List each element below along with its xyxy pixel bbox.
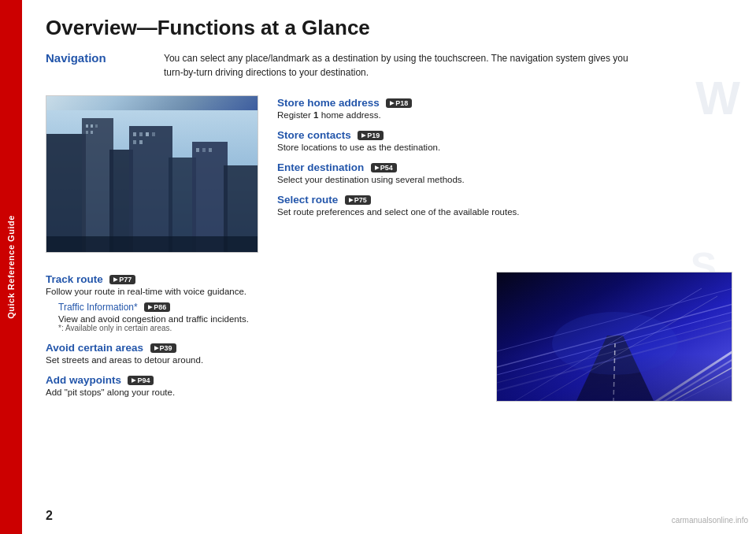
- svg-rect-19: [196, 148, 199, 152]
- navigation-description: You can select any place/landmark as a d…: [164, 51, 732, 80]
- svg-rect-4: [129, 126, 172, 252]
- main-content: W S Overview—Functions at a Glance Navig…: [22, 0, 756, 534]
- feature-badge-enter-destination: P54: [371, 163, 397, 172]
- traffic-info-section: Traffic Information* P86 View and avoid …: [58, 299, 477, 332]
- upper-content: Store home address P18 Register 1 home a…: [46, 95, 732, 253]
- navigation-section: Navigation You can select any place/land…: [46, 51, 732, 80]
- feature-badge-store-contacts: P19: [358, 131, 384, 140]
- svg-rect-1: [46, 134, 86, 252]
- svg-rect-18: [139, 140, 143, 144]
- svg-rect-14: [139, 132, 143, 136]
- feature-select-route: Select route P75 Set route preferences a…: [277, 192, 732, 217]
- svg-rect-21: [209, 148, 212, 152]
- traffic-info-desc: View and avoid congestion and traffic in…: [58, 314, 477, 324]
- feature-desc-select-route: Set route preferences and select one of …: [277, 207, 732, 217]
- feature-badge-add-waypoints: P94: [128, 376, 154, 385]
- feature-desc-enter-destination: Select your destination using several me…: [277, 175, 732, 184]
- page-title: Overview—Functions at a Glance: [46, 16, 732, 40]
- features-list: Store home address P18 Register 1 home a…: [277, 95, 732, 253]
- navigation-label: Navigation: [46, 51, 164, 80]
- feature-track-route: Track route P77 Follow your route in rea…: [46, 272, 477, 332]
- feature-title-avoid-areas: Avoid certain areas: [46, 342, 143, 354]
- svg-line-34: [670, 367, 732, 402]
- feature-desc-track-route: Follow your route in real-time with voic…: [46, 287, 477, 296]
- feature-badge-track-route: P77: [109, 275, 135, 284]
- feature-title-add-waypoints: Add waypoints: [46, 374, 121, 386]
- sidebar: Quick Reference Guide: [0, 0, 22, 534]
- page-number: 2: [46, 509, 53, 523]
- svg-rect-22: [46, 236, 258, 252]
- svg-rect-2: [82, 118, 113, 252]
- svg-rect-12: [91, 131, 93, 134]
- svg-rect-9: [91, 124, 93, 128]
- road-image: [496, 272, 732, 402]
- feature-title-store-home: Store home address: [277, 97, 380, 109]
- sidebar-label: Quick Reference Guide: [6, 215, 16, 319]
- traffic-info-note: *: Available only in certain areas.: [58, 324, 477, 332]
- feature-avoid-areas: Avoid certain areas P39 Set streets and …: [46, 340, 477, 365]
- feature-title-store-contacts: Store contacts: [277, 129, 351, 141]
- feature-add-waypoints: Add waypoints P94 Add "pit stops" along …: [46, 373, 477, 397]
- svg-rect-17: [133, 140, 136, 144]
- feature-badge-select-route: P75: [345, 195, 371, 205]
- lower-features: Track route P77 Follow your route in rea…: [46, 272, 477, 405]
- traffic-info-title: Traffic Information*: [58, 302, 138, 313]
- feature-desc-store-contacts: Store locations to use as the destinatio…: [277, 143, 732, 152]
- svg-rect-6: [192, 142, 228, 252]
- feature-title-select-route: Select route: [277, 194, 338, 206]
- feature-badge-store-home: P18: [386, 98, 412, 108]
- svg-rect-10: [95, 124, 98, 128]
- feature-store-home: Store home address P18 Register 1 home a…: [277, 95, 732, 120]
- feature-title-enter-destination: Enter destination: [277, 161, 364, 173]
- svg-rect-15: [146, 132, 149, 136]
- lower-content: Track route P77 Follow your route in rea…: [46, 272, 732, 405]
- feature-badge-traffic: P86: [144, 302, 170, 312]
- feature-title-track-route: Track route: [46, 273, 103, 285]
- svg-line-35: [678, 375, 732, 402]
- svg-rect-13: [133, 132, 136, 136]
- svg-rect-8: [86, 124, 88, 128]
- svg-line-33: [662, 359, 732, 402]
- feature-desc-avoid-areas: Set streets and areas to detour around.: [46, 355, 477, 365]
- feature-desc-store-home: Register 1 home address.: [277, 110, 732, 120]
- feature-store-contacts: Store contacts P19 Store locations to us…: [277, 128, 732, 152]
- svg-rect-11: [86, 131, 88, 134]
- svg-rect-20: [202, 148, 206, 152]
- svg-rect-16: [152, 132, 155, 136]
- feature-desc-add-waypoints: Add "pit stops" along your route.: [46, 388, 477, 397]
- feature-enter-destination: Enter destination P54 Select your destin…: [277, 160, 732, 184]
- building-image: [46, 95, 258, 253]
- svg-line-32: [654, 351, 732, 402]
- watermark: carmanualsonline.info: [672, 516, 748, 525]
- feature-badge-avoid-areas: P39: [150, 343, 176, 353]
